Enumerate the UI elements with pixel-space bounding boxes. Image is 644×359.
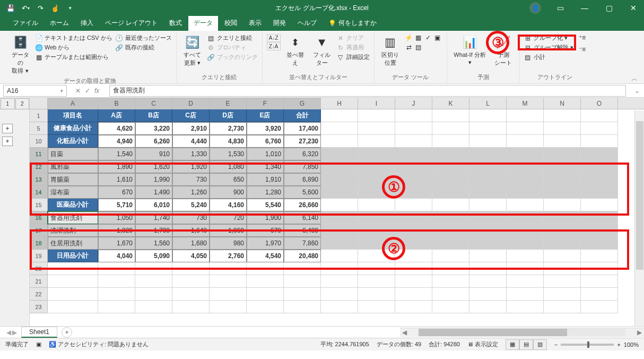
- tab-home[interactable]: ホーム: [45, 15, 74, 31]
- cell-D14[interactable]: 1,260: [172, 186, 210, 199]
- tab-review[interactable]: 校閲: [219, 15, 242, 31]
- cell-N23[interactable]: [544, 301, 581, 313]
- cell-J1[interactable]: [395, 109, 432, 122]
- cell-N22[interactable]: [544, 288, 581, 301]
- cell-M14[interactable]: [507, 186, 544, 199]
- cell-A19[interactable]: 日用品小計: [48, 250, 98, 262]
- cell-I5[interactable]: [358, 122, 395, 135]
- cell-C5[interactable]: 3,220: [135, 122, 172, 135]
- vertical-scrollbar[interactable]: [634, 110, 644, 334]
- cell-F11[interactable]: 1,010: [247, 148, 284, 160]
- row-header-22[interactable]: 22: [30, 288, 48, 301]
- cell-M15[interactable]: [507, 199, 544, 211]
- cell-E16[interactable]: 720: [210, 211, 247, 224]
- cell-A11[interactable]: 目薬: [48, 148, 98, 160]
- text-to-columns[interactable]: ▥ 区切り位置: [379, 34, 402, 68]
- sort-asc[interactable]: A↓Z: [267, 34, 281, 42]
- col-header-O[interactable]: O: [581, 98, 618, 109]
- cell-O14[interactable]: [581, 186, 618, 199]
- existing-connections[interactable]: 🔗既存の接続: [116, 44, 172, 52]
- cell-M1[interactable]: [507, 109, 544, 122]
- cell-F10[interactable]: 6,760: [247, 135, 284, 148]
- cell-C12[interactable]: 1,620: [135, 160, 172, 173]
- cell-J11[interactable]: [395, 148, 432, 160]
- cell-G17[interactable]: 6,480: [284, 224, 321, 237]
- save-button[interactable]: 💾: [4, 2, 17, 14]
- cell-B16[interactable]: 1,050: [98, 211, 135, 224]
- cell-N12[interactable]: [544, 160, 581, 173]
- cell-A18[interactable]: 住居用洗剤: [48, 237, 98, 250]
- cell-I11[interactable]: [358, 148, 395, 160]
- cell-D23[interactable]: [172, 301, 210, 313]
- cell-L5[interactable]: [469, 122, 507, 135]
- cell-H19[interactable]: [321, 250, 358, 262]
- cell-D5[interactable]: 2,910: [172, 122, 210, 135]
- cell-K23[interactable]: [432, 301, 469, 313]
- cell-G14[interactable]: 5,600: [284, 186, 321, 199]
- reapply-filter[interactable]: ↻再適用: [337, 44, 370, 52]
- cell-L12[interactable]: [469, 160, 507, 173]
- cell-N16[interactable]: [544, 211, 581, 224]
- cell-C14[interactable]: 1,490: [135, 186, 172, 199]
- cell-G19[interactable]: 20,480: [284, 250, 321, 262]
- cell-I21[interactable]: [358, 275, 395, 288]
- cell-O12[interactable]: [581, 160, 618, 173]
- cell-C13[interactable]: 1,990: [135, 173, 172, 186]
- cell-A5[interactable]: 健康食品小計: [48, 122, 98, 135]
- select-all-corner[interactable]: [30, 98, 48, 109]
- tab-developer[interactable]: 開発: [268, 15, 291, 31]
- cell-L14[interactable]: [469, 186, 507, 199]
- cell-I17[interactable]: [358, 224, 395, 237]
- cell-E1[interactable]: D店: [210, 109, 247, 122]
- cell-K19[interactable]: [432, 250, 469, 262]
- cell-N14[interactable]: [544, 186, 581, 199]
- sheet-nav-next[interactable]: ▶: [12, 329, 17, 336]
- cell-D10[interactable]: 4,440: [172, 135, 210, 148]
- cell-F19[interactable]: 4,540: [247, 250, 284, 262]
- cell-G22[interactable]: [284, 288, 321, 301]
- cell-C15[interactable]: 6,010: [135, 199, 172, 211]
- cell-L1[interactable]: [469, 109, 507, 122]
- col-header-J[interactable]: J: [395, 98, 432, 109]
- cell-N18[interactable]: [544, 237, 581, 250]
- cell-L18[interactable]: [469, 237, 507, 250]
- cell-D17[interactable]: 1,640: [172, 224, 210, 237]
- outline-expand-10[interactable]: +: [2, 136, 13, 146]
- cell-O22[interactable]: [581, 288, 618, 301]
- cell-E12[interactable]: 1,080: [210, 160, 247, 173]
- cell-D18[interactable]: 1,680: [172, 237, 210, 250]
- row-header-11[interactable]: 11: [30, 148, 48, 160]
- recent-sources[interactable]: 🕑最近使ったソース: [116, 34, 172, 42]
- close-button[interactable]: ✕: [623, 0, 644, 16]
- queries-connections[interactable]: ▤クエリと接続: [207, 34, 258, 42]
- cell-L21[interactable]: [469, 275, 507, 288]
- cell-B17[interactable]: 1,320: [98, 224, 135, 237]
- cell-F13[interactable]: 1,910: [247, 173, 284, 186]
- cell-O1[interactable]: [581, 109, 618, 122]
- cell-O17[interactable]: [581, 224, 618, 237]
- cell-I23[interactable]: [358, 301, 395, 313]
- advanced-filter[interactable]: ▽詳細設定: [337, 53, 370, 61]
- col-header-E[interactable]: E: [210, 98, 247, 109]
- cell-K12[interactable]: [432, 160, 469, 173]
- cell-H10[interactable]: [321, 135, 358, 148]
- cell-M16[interactable]: [507, 211, 544, 224]
- cell-E19[interactable]: 2,760: [210, 250, 247, 262]
- cell-G23[interactable]: [284, 301, 321, 313]
- cell-M13[interactable]: [507, 173, 544, 186]
- cell-A20[interactable]: [48, 262, 98, 275]
- cell-K1[interactable]: [432, 109, 469, 122]
- cell-K13[interactable]: [432, 173, 469, 186]
- cell-L20[interactable]: [469, 262, 507, 275]
- cell-K5[interactable]: [432, 122, 469, 135]
- tab-pagelayout[interactable]: ページ レイアウト: [100, 15, 163, 31]
- cell-H12[interactable]: [321, 160, 358, 173]
- cell-G13[interactable]: 6,890: [284, 173, 321, 186]
- col-header-K[interactable]: K: [432, 98, 469, 109]
- cell-G18[interactable]: 7,860: [284, 237, 321, 250]
- cell-F22[interactable]: [247, 288, 284, 301]
- cell-G11[interactable]: 6,320: [284, 148, 321, 160]
- cell-J14[interactable]: [395, 186, 432, 199]
- col-header-C[interactable]: C: [135, 98, 172, 109]
- cell-H17[interactable]: [321, 224, 358, 237]
